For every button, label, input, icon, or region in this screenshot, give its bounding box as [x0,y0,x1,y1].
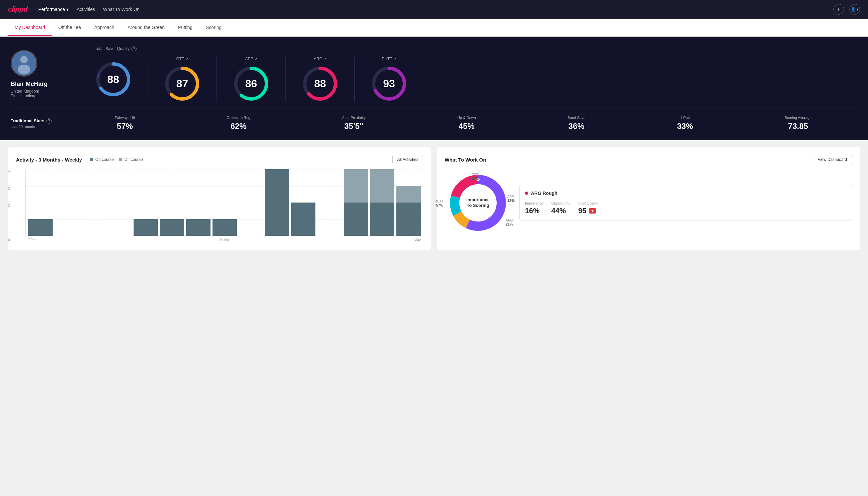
add-button[interactable]: + [833,4,844,15]
bar-stack [370,169,394,236]
ring-arg: 88 [302,65,338,102]
score-overall: 88 [95,61,148,98]
bar-stack [186,219,210,236]
nav-performance[interactable]: Performance ▾ [38,7,68,12]
stat-oneputt: 1 Putt 33% [677,115,693,131]
player-info: Blair McHarg United Kingdom Plus Handica… [11,50,84,98]
tab-off-the-tee[interactable]: Off the Tee [52,19,88,36]
work-on-info: ARG Rough Importance 16% Opportunity 44%… [519,185,852,221]
bars-container [28,170,421,236]
ring-app: 86 [233,65,269,102]
off-course-bar [370,169,394,203]
arg-label: ARG ↗ [314,57,327,61]
stat-fairways-value: 57% [115,122,135,131]
nav-right: + 👤 ▾ [833,4,860,15]
stat-sandsave: Sand Save 36% [568,115,586,131]
ott-donut-label: OTT 10% [471,173,479,181]
view-dashboard-button[interactable]: View Dashboard [813,155,852,164]
nav-what-to-work-on[interactable]: What To Work On [103,7,140,12]
off-course-bar [396,186,421,203]
bottom-section: Activity - 3 Months - Weekly On course O… [0,140,868,257]
putt-arrow-icon: ↗ [394,57,396,61]
importance-label: Importance [525,201,543,205]
on-course-bar [186,219,210,236]
bar-chart-area [25,170,423,236]
arg-detail-card: ARG Rough Importance 16% Opportunity 44%… [519,185,852,221]
arg-shot-quality: Shot Quality 95 ▼ [578,201,598,215]
total-quality-label: Total Player Quality ? [95,46,857,51]
tab-my-dashboard[interactable]: My Dashboard [8,19,52,36]
help-icon[interactable]: ? [131,46,137,51]
on-course-bar [212,219,237,236]
putt-donut-label: PUTT 57% [435,200,443,207]
score-ott: OTT ↗ 87 [148,57,217,102]
bar-stack [291,203,315,236]
score-arg: ARG ↗ 88 [286,57,355,102]
arg-arrow-icon: ↗ [324,57,327,61]
stat-oneputt-label: 1 Putt [677,115,693,120]
on-course-dot [90,158,93,161]
arg-card-title: ARG Rough [525,190,846,196]
stat-updown-value: 45% [457,122,476,131]
on-course-bar [344,203,368,236]
bar-group [265,169,289,236]
work-on-header: What To Work On View Dashboard [445,155,852,164]
stat-updown: Up & Down 45% [457,115,476,131]
svg-point-2 [18,64,30,74]
on-course-bar [265,169,289,236]
top-nav: clippd Performance ▾ Activities What To … [0,0,868,19]
svg-point-1 [20,56,28,63]
stat-gir-value: 62% [226,122,251,131]
stat-fairways-label: Fairways Hit [115,115,135,120]
stat-scoring-label: Scoring Average [785,115,812,120]
on-course-bar [396,203,421,236]
work-on-content: ImportanceTo Scoring OTT 10% APP 12% ARG… [445,170,852,236]
stat-oneputt-value: 33% [677,122,693,131]
bar-group [212,219,237,236]
shot-quality-badge: ▼ [589,208,596,214]
on-course-bar [370,203,394,236]
ring-ott: 87 [164,65,201,102]
stat-sandsave-label: Sand Save [568,115,586,120]
tab-putting[interactable]: Putting [171,19,199,36]
bar-group [160,219,184,236]
stat-sandsave-value: 36% [568,122,586,131]
nav-activities[interactable]: Activities [77,7,95,12]
trad-help-icon[interactable]: ? [46,118,52,124]
opportunity-label: Opportunity [551,201,570,205]
score-overall-value: 88 [107,73,119,86]
work-on-card: What To Work On View Dashboard Imp [437,147,860,250]
stat-cells: Fairways Hit 57% Greens In Reg 62% App. … [61,115,857,131]
bar-stack [212,219,237,236]
bar-group [186,219,210,236]
tab-scoring[interactable]: Scoring [199,19,228,36]
trad-label-group: Traditional Stats ? Last 20 rounds [11,118,61,128]
off-course-dot [119,158,122,161]
shot-quality-label: Shot Quality [578,201,598,205]
bar-group [291,203,315,236]
importance-value: 16% [525,206,543,215]
score-app: APP ↗ 86 [217,57,286,102]
arg-importance: Importance 16% [525,201,543,215]
scores-section: Total Player Quality ? 88 [84,46,857,102]
bar-stack [265,169,289,236]
arg-donut-label: ARG 21% [506,218,513,226]
app-arrow-icon: ↗ [254,57,257,61]
player-handicap: Plus Handicap [11,94,36,98]
user-button[interactable]: 👤 ▾ [849,4,860,15]
stat-updown-label: Up & Down [457,115,476,120]
logo: clippd [8,5,28,14]
trad-subtitle: Last 20 rounds [11,125,61,128]
hero-section: Blair McHarg United Kingdom Plus Handica… [0,37,868,140]
on-course-bar [160,219,184,236]
on-course-bar [28,219,53,236]
tabs-bar: My Dashboard Off the Tee Approach Around… [0,19,868,37]
stat-proximity-label: App. Proximity [342,115,366,120]
putt-label: PUTT ↗ [382,57,396,61]
bar-group [370,169,394,236]
bar-stack [133,219,158,236]
tab-approach[interactable]: Approach [88,19,121,36]
on-course-bar [133,219,158,236]
tab-around-the-green[interactable]: Around the Green [121,19,171,36]
all-activities-button[interactable]: All Activities [392,155,423,164]
